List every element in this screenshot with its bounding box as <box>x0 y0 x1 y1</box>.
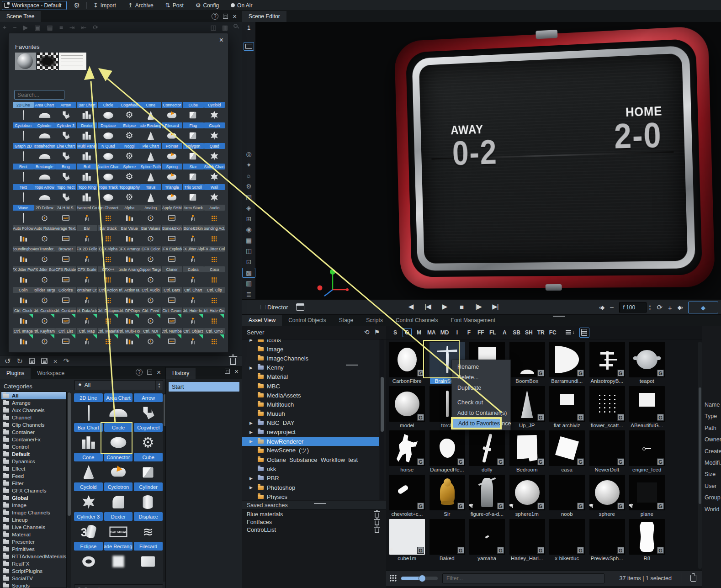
category-item-control[interactable]: Control <box>1 443 66 450</box>
plugin-chip-ctrl-chart[interactable]: Ctrl. Chart <box>183 287 204 293</box>
plugin-icon-cfx[interactable] <box>98 273 119 286</box>
sort-icon[interactable] <box>566 330 573 335</box>
filter-letter-i[interactable]: I <box>452 328 461 337</box>
plugin-chip-filecard[interactable]: Filecard <box>162 122 183 128</box>
plugin-chip-fade-rectangle[interactable]: Fade Rectangle <box>104 542 133 551</box>
plugin-chip-colin[interactable]: Colin <box>13 287 34 293</box>
plugin-chip-bar-values[interactable]: Bar Values <box>140 225 161 231</box>
plugin-chip-ctrl-hide-on[interactable]: Ctrl. Hide-On... <box>204 307 225 313</box>
redo-icon[interactable]: ↻ <box>16 357 22 366</box>
category-item-image[interactable]: Image <box>1 502 66 509</box>
plugin-icon-align-charact[interactable] <box>98 211 119 225</box>
plugin-icon-cfx-jitter-pos[interactable] <box>13 273 34 286</box>
asset-cube1m[interactable]: Gcube1m <box>387 519 427 563</box>
plugin-chip-bar-value[interactable]: Bar Value <box>119 225 140 231</box>
splitter-handle[interactable] <box>314 503 326 504</box>
sidebar-field-path[interactable]: Path <box>705 425 716 431</box>
stop-icon[interactable]: ■ <box>456 303 467 311</box>
plugin-chip-cone[interactable]: Cone <box>140 102 161 108</box>
plugin-chip-ctrl-bars[interactable]: Ctrl. Bars <box>162 287 183 293</box>
plugin-icon-bar[interactable] <box>76 232 97 245</box>
plugin-chip-bar-chart[interactable]: Bar Chart <box>77 102 98 108</box>
skip-back-icon[interactable]: ◀ <box>406 302 416 311</box>
plugin-icon-topography[interactable] <box>119 191 140 204</box>
plugin-icon-cfx-jitter-color[interactable] <box>204 252 225 266</box>
plugin-icon-triangle[interactable] <box>161 191 182 204</box>
save-as-icon[interactable] <box>41 358 48 364</box>
plugin-icon-dexter[interactable] <box>76 129 97 143</box>
help-icon[interactable]: ? <box>136 369 143 376</box>
plugin-icon-quad[interactable] <box>204 149 225 163</box>
category-item-channel[interactable]: Channel <box>1 414 66 421</box>
category-item-container[interactable]: Container <box>1 429 66 436</box>
plugin-chip-arrow[interactable]: Arrow <box>134 393 163 402</box>
grid-view-icon[interactable] <box>390 575 397 582</box>
expand-arrow-icon[interactable]: ▶ <box>249 476 253 481</box>
trash-icon[interactable] <box>230 358 236 365</box>
help-icon[interactable]: ? <box>212 13 218 20</box>
plugin-chip-connector[interactable]: Connector <box>162 102 183 108</box>
plugin-chip-cogwheel[interactable]: Cogwheel <box>134 423 163 432</box>
plugin-chip-cfx-rotate[interactable]: CFX Rotate <box>55 266 76 272</box>
tree-folder-newproject[interactable]: ▶newproject <box>242 428 379 437</box>
plugin-chip-cfx[interactable]: CFX++ <box>98 266 119 272</box>
plugin-chip-ctrl-clock[interactable]: Ctrl. Clock <box>13 307 34 313</box>
plugin-chip-dexter[interactable]: Dexter <box>77 122 98 128</box>
category-item-containerfx[interactable]: ContainerFx <box>1 436 66 443</box>
plugin-chip-pie-chart[interactable]: Pie Chart <box>140 143 161 149</box>
asset-carbonfibre[interactable]: GCarbonFibre <box>387 342 427 386</box>
asset-teapot[interactable]: Gteapot <box>627 342 667 386</box>
plugin-icon-arrow[interactable] <box>55 108 76 122</box>
tab-control-channels[interactable]: Control Channels <box>389 315 445 326</box>
plugin-icon-ctrl-clock[interactable] <box>13 314 34 328</box>
plugin-icon-cylinder[interactable] <box>34 129 55 143</box>
asset-yamaha[interactable]: Gyamaha <box>467 519 507 563</box>
tree-folder-kenny[interactable]: ▶Kenny <box>242 363 379 372</box>
sidebar-field-user[interactable]: User <box>705 483 716 489</box>
tree-folder-mediaassets[interactable]: MediaAssets <box>242 391 379 400</box>
category-item-realfx[interactable]: RealFX <box>1 560 66 567</box>
stats-icon[interactable]: ▥ <box>222 24 228 31</box>
plugin-icon-circle-arrange[interactable] <box>119 273 140 286</box>
sidebar-field-create[interactable]: Create... <box>705 448 721 455</box>
plugin-chip-cfx-jitter-alpha[interactable]: CFX Jitter Alpha <box>183 246 204 252</box>
saved-search-controllist[interactable]: ControLList <box>242 526 386 534</box>
plugin-chip-eclipse[interactable]: Eclipse <box>74 542 103 551</box>
plugin-icon-displace[interactable] <box>98 129 119 143</box>
plugin-icon-connector[interactable] <box>161 108 182 122</box>
plugin-icon-bar-chart[interactable] <box>74 433 104 452</box>
tree-folder-nbc-day[interactable]: ▶NBC_DAY <box>242 418 379 428</box>
plugin-icon-audio[interactable] <box>204 211 225 225</box>
plugin-icon-roll[interactable] <box>76 170 97 184</box>
plugin-icon-eclipse[interactable] <box>119 129 140 143</box>
asset-dolly[interactable]: Gdolly <box>467 430 507 475</box>
plugin-icon-colorize[interactable] <box>55 293 76 307</box>
asset-thumbnail[interactable]: G <box>549 342 585 377</box>
tree-scrollbar[interactable] <box>380 339 384 500</box>
plugin-icon-cylinder-3[interactable] <box>55 129 76 143</box>
plugin-icon-cfx-scale[interactable] <box>76 273 97 286</box>
plugin-icon-star[interactable] <box>182 170 203 184</box>
plugin-icon-torus[interactable] <box>140 191 161 204</box>
plugin-icon-cycloid[interactable] <box>74 492 104 512</box>
plugin-chip-icosahedron[interactable]: Icosahedron <box>34 143 55 149</box>
tab-scene-editor[interactable]: Scene Editor <box>242 11 286 22</box>
plugin-chip-text[interactable]: Text <box>13 184 34 190</box>
plugin-chip-ctrl-condition[interactable]: Ctrl. Condition <box>34 307 55 313</box>
plugin-icon-filecard[interactable] <box>161 129 182 143</box>
plugin-icon-apply-shm[interactable] <box>161 211 182 225</box>
plugin-chip-ctrl-audio[interactable]: Ctrl. Audio <box>140 287 161 293</box>
asset-thumbnail[interactable]: G <box>629 342 665 377</box>
plugin-icon-text[interactable] <box>13 191 34 204</box>
plugin-icon-auto-follow[interactable] <box>13 232 34 245</box>
tree-folder-photoshop[interactable]: ▶Photoshop <box>242 483 379 492</box>
plugin-chip-alpha[interactable]: Alpha <box>119 205 140 211</box>
plugin-chip-colorize[interactable]: Colorize <box>55 287 76 293</box>
plugin-chip-ctrl-keyframe[interactable]: Ctrl. Keyframe <box>34 328 55 334</box>
sidebar-field-modifi[interactable]: Modifi... <box>705 460 721 466</box>
plugin-icon-topo-rect[interactable] <box>55 191 76 204</box>
plugin-icon-ctrl-action[interactable] <box>98 293 119 307</box>
plugin-icon-alpha[interactable] <box>119 211 140 225</box>
plugin-chip-topo-arrow[interactable]: Topo Arrow <box>34 184 55 190</box>
asset-noob[interactable]: Gnoob <box>547 475 587 519</box>
